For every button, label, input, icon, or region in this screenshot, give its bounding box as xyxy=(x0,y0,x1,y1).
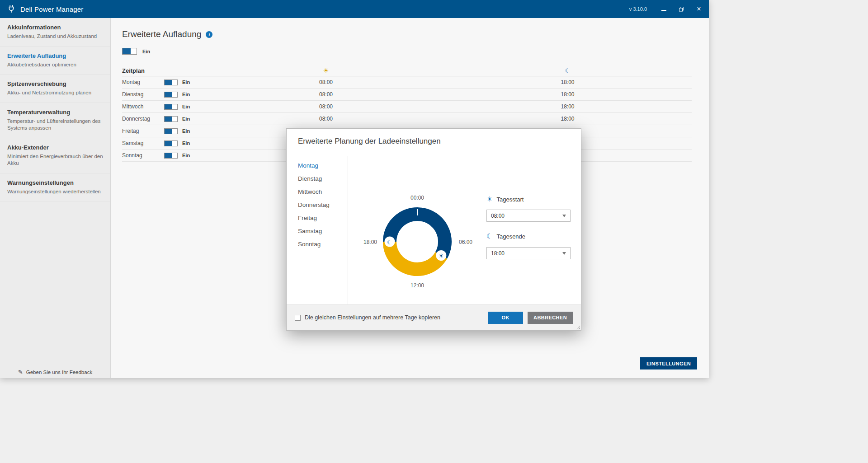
day-start-label-row: ☀ Tagesstart xyxy=(486,195,524,203)
day-toggle[interactable] xyxy=(164,80,178,85)
sidebar-item-label: Akku-Extender xyxy=(7,144,103,151)
sidebar-item-label: Erweiterte Aufladung xyxy=(7,52,103,59)
day-start-value: 08:00 xyxy=(491,213,505,219)
sidebar-item-warnungseinstellungen[interactable]: Warnungseinstellungen Warnungseinstellun… xyxy=(0,173,110,202)
app-window: Dell Power Manager v 3.10.0 × Akkuinform… xyxy=(0,0,709,378)
sidebar-item-sublabel: Warnungseinstellungen wiederherstellen xyxy=(7,188,103,196)
minimize-button[interactable] xyxy=(659,4,668,14)
advanced-schedule-dialog: Erweiterte Planung der Ladeeinstellungen… xyxy=(286,128,581,331)
day-toggle[interactable] xyxy=(164,116,178,122)
app-title: Dell Power Manager xyxy=(20,5,84,13)
settings-button[interactable]: EINSTELLUNGEN xyxy=(640,357,697,369)
sidebar-item-akku-extender[interactable]: Akku-Extender Minimiert den Energieverbr… xyxy=(0,138,110,173)
close-icon: × xyxy=(697,5,701,13)
day-start-handle[interactable]: ☀ xyxy=(436,250,446,261)
dialog-day-mittwoch[interactable]: Mittwoch xyxy=(298,187,345,196)
sidebar-item-label: Temperaturverwaltung xyxy=(7,109,103,116)
day-end-select[interactable]: 18:00 xyxy=(486,247,571,259)
sidebar-item-erweiterte-aufladung[interactable]: Erweiterte Aufladung Akkubetriebsdauer o… xyxy=(0,47,110,75)
page-title-row: Erweiterte Aufladung i xyxy=(122,29,709,39)
dialog-title: Erweiterte Planung der Ladeeinstellungen xyxy=(298,137,441,146)
feedback-pencil-icon: ✎ xyxy=(18,369,23,375)
schedule-row-mittwoch[interactable]: Mittwoch Ein 08:00 18:00 xyxy=(122,101,692,113)
cancel-button[interactable]: ABBRECHEN xyxy=(528,312,573,324)
day-label: Samstag xyxy=(122,140,164,146)
sidebar-item-sublabel: Ladeniveau, Zustand und Akkuzustand xyxy=(7,33,103,40)
feedback-label: Geben Sie uns Ihr Feedback xyxy=(26,369,92,375)
dialog-buttons: OK ABBRECHEN xyxy=(488,312,573,324)
dialog-day-donnerstag[interactable]: Donnerstag xyxy=(298,201,345,209)
day-toggle[interactable] xyxy=(164,140,178,146)
day-toggle[interactable] xyxy=(164,104,178,110)
start-time: 08:00 xyxy=(208,79,443,85)
restore-button[interactable] xyxy=(677,4,686,14)
sidebar-item-label: Warnungseinstellungen xyxy=(7,179,103,186)
sidebar-item-spitzenverschiebung[interactable]: Spitzenverschiebung Akku- und Netzstromn… xyxy=(0,75,110,103)
svg-text:☀: ☀ xyxy=(439,253,444,259)
dialog-day-dienstag[interactable]: Dienstag xyxy=(298,174,345,183)
day-label: Sonntag xyxy=(122,152,164,159)
app-logo-plug-icon xyxy=(6,4,16,14)
schedule-row-montag[interactable]: Montag Ein 08:00 18:00 xyxy=(122,76,692,89)
day-toggle[interactable] xyxy=(164,153,178,159)
day-end-label: Tagesende xyxy=(496,233,525,240)
day-start-select[interactable]: 08:00 xyxy=(486,210,571,222)
master-toggle-row: Ein xyxy=(122,48,709,55)
start-time: 08:00 xyxy=(208,91,443,98)
copy-checkbox-label: Die gleichen Einstellungen auf mehrere T… xyxy=(305,314,440,321)
day-label: Donnerstag xyxy=(122,116,164,122)
sidebar-item-label: Spitzenverschiebung xyxy=(7,80,103,87)
moon-icon: ☾ xyxy=(443,67,692,74)
dialog-footer: Die gleichen Einstellungen auf mehrere T… xyxy=(287,304,581,330)
toggle-state-label: Ein xyxy=(182,104,208,109)
start-time: 08:00 xyxy=(208,103,443,110)
sidebar-item-sublabel: Minimiert den Energieverbrauch über den … xyxy=(7,153,103,167)
day-toggle[interactable] xyxy=(164,92,178,98)
dialog-day-freitag[interactable]: Freitag xyxy=(298,214,345,222)
dialog-day-samstag[interactable]: Samstag xyxy=(298,227,345,235)
toggle-state-label: Ein xyxy=(182,153,208,158)
day-end-label-row: ☾ Tagesende xyxy=(486,232,525,240)
chevron-down-icon xyxy=(562,252,566,255)
clock-label-1200: 12:00 xyxy=(401,282,433,289)
end-time: 18:00 xyxy=(443,79,692,85)
sidebar-item-label: Akkuinformationen xyxy=(7,24,103,31)
ok-button[interactable]: OK xyxy=(488,312,523,324)
toggle-state-label: Ein xyxy=(182,80,208,85)
sidebar-item-sublabel: Akkubetriebsdauer optimieren xyxy=(7,61,103,69)
sidebar-item-akkuinformationen[interactable]: Akkuinformationen Ladeniveau, Zustand un… xyxy=(0,18,110,47)
copy-checkbox[interactable] xyxy=(295,315,301,321)
close-button[interactable]: × xyxy=(694,4,703,14)
restore-icon xyxy=(679,7,684,12)
sidebar: Akkuinformationen Ladeniveau, Zustand un… xyxy=(0,18,111,378)
schedule-row-dienstag[interactable]: Dienstag Ein 08:00 18:00 xyxy=(122,89,692,101)
dialog-day-sonntag[interactable]: Sonntag xyxy=(298,240,345,248)
toggle-state-label: Ein xyxy=(182,92,208,97)
end-time: 18:00 xyxy=(443,91,692,98)
toggle-state-label: Ein xyxy=(182,116,208,122)
day-toggle[interactable] xyxy=(164,128,178,134)
page-title: Erweiterte Aufladung xyxy=(122,29,201,39)
moon-icon: ☾ xyxy=(486,232,492,240)
sun-icon: ☀ xyxy=(208,67,443,74)
dialog-day-list: Montag Dienstag Mittwoch Donnerstag Frei… xyxy=(298,161,345,253)
titlebar: Dell Power Manager v 3.10.0 × xyxy=(0,0,709,18)
schedule-header-row: Zeitplan ☀ ☾ xyxy=(122,65,692,76)
day-label: Mittwoch xyxy=(122,103,164,110)
desktop: Dell Power Manager v 3.10.0 × Akkuinform… xyxy=(0,0,868,463)
divider xyxy=(348,156,348,304)
clock-label-0600: 06:00 xyxy=(454,239,477,245)
svg-text:☾: ☾ xyxy=(387,239,393,246)
version-label: v 3.10.0 xyxy=(629,6,647,12)
end-time: 18:00 xyxy=(443,103,692,110)
schedule-row-donnerstag[interactable]: Donnerstag Ein 08:00 18:00 xyxy=(122,113,692,125)
dialog-day-montag[interactable]: Montag xyxy=(298,161,345,170)
info-icon[interactable]: i xyxy=(206,31,212,38)
start-time: 08:00 xyxy=(208,116,443,122)
day-start-label: Tagesstart xyxy=(496,196,524,203)
feedback-link[interactable]: ✎ Geben Sie uns Ihr Feedback xyxy=(0,369,110,375)
sidebar-item-temperaturverwaltung[interactable]: Temperaturverwaltung Temperatur- und Lüf… xyxy=(0,103,110,138)
day-end-handle[interactable]: ☾ xyxy=(385,237,395,247)
day-label: Dienstag xyxy=(122,91,164,98)
master-toggle[interactable] xyxy=(122,48,137,55)
